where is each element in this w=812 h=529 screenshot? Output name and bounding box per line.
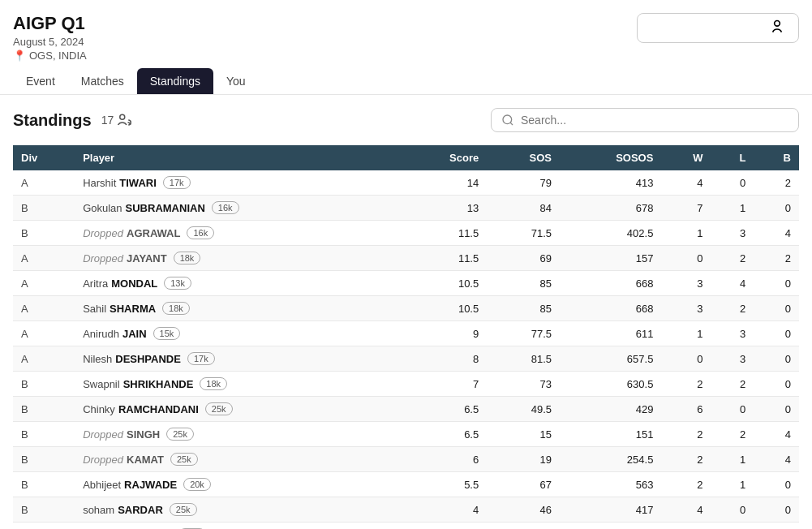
cell-l: 1 <box>711 472 754 497</box>
svg-point-2 <box>503 115 512 124</box>
cell-div: B <box>13 447 75 472</box>
standings-header: Standings 17 <box>13 108 799 132</box>
cell-player: Swapnil SHRIKHANDE18k <box>75 372 401 397</box>
table-row: ASahil SHARMA18k10.585668320 <box>13 296 799 321</box>
cell-div: B <box>13 422 75 447</box>
cell-sos: 20 <box>487 523 560 530</box>
cell-div: B <box>13 221 75 246</box>
tab-event[interactable]: Event <box>13 68 68 94</box>
player-last-name: SINGH <box>127 428 160 441</box>
cell-sos: 69 <box>487 246 560 271</box>
cell-b: 0 <box>754 372 799 397</box>
cell-player: Dropped AGRAWAL16k <box>75 221 401 246</box>
cell-div: B <box>13 497 75 523</box>
cell-player: Dropped JAYANT18k <box>75 246 401 271</box>
cell-player: Dropped KANNAN25k <box>75 523 401 530</box>
player-last-name: TIWARI <box>119 177 157 189</box>
cell-score: 10.5 <box>401 271 487 296</box>
cell-div: A <box>13 246 75 271</box>
search-input[interactable] <box>521 114 788 127</box>
rating-badge: 17k <box>163 176 191 189</box>
cell-l: 4 <box>711 271 754 296</box>
rating-badge: 17k <box>187 352 215 365</box>
rating-badge: 16k <box>187 226 214 239</box>
cell-w: 7 <box>661 196 711 221</box>
cell-w: 6 <box>661 397 711 422</box>
cell-l: 0 <box>711 397 754 422</box>
rating-badge: 25k <box>166 428 194 441</box>
svg-line-3 <box>510 123 513 125</box>
cell-w: 1 <box>661 221 711 246</box>
cell-b: 4 <box>754 447 799 472</box>
player-first-name: Gokulan <box>83 202 122 214</box>
cell-sosos: 429 <box>560 397 661 422</box>
cell-w: 0 <box>661 346 711 372</box>
cell-w: 4 <box>661 497 711 523</box>
player-last-name: DESHPANDE <box>115 353 181 365</box>
rating-badge: 18k <box>162 302 190 315</box>
table-row: AAritra MONDAL13k10.585668340 <box>13 271 799 296</box>
tab-matches[interactable]: Matches <box>68 68 137 94</box>
standings-title-group: Standings 17 <box>13 111 131 130</box>
standings-table: Div Player Score SOS SOSOS W L B AHarshi… <box>13 145 799 529</box>
cell-sos: 71.5 <box>487 221 560 246</box>
cell-w: 2 <box>661 447 711 472</box>
rating-badge: 25k <box>170 453 198 466</box>
event-title: AIGP Q1 <box>13 13 87 34</box>
player-first-name: Nilesh <box>83 353 112 365</box>
cell-sosos: 611 <box>560 321 661 346</box>
cell-player: Aritra MONDAL13k <box>75 271 401 296</box>
cell-player: Nilesh DESHPANDE17k <box>75 346 401 372</box>
dropped-label: Dropped <box>83 428 123 441</box>
player-first-name: soham <box>83 504 114 516</box>
header-search-button[interactable] <box>637 13 799 43</box>
standings-label: Standings <box>13 111 92 130</box>
person-icon <box>769 19 785 37</box>
col-l: L <box>711 145 754 170</box>
player-first-name: Swapnil <box>83 378 120 390</box>
standings-search-bar[interactable] <box>491 108 799 132</box>
cell-sosos: 254.5 <box>560 447 661 472</box>
tab-you[interactable]: You <box>213 68 259 94</box>
cell-sosos: 417 <box>560 497 661 523</box>
player-first-name: Harshit <box>83 177 116 189</box>
table-row: AAnirudh JAIN15k977.5611130 <box>13 321 799 346</box>
cell-player: Gokulan SUBRAMANIAN16k <box>75 196 401 221</box>
cell-sos: 84 <box>487 196 560 221</box>
cell-sosos: 678 <box>560 196 661 221</box>
cell-b: 0 <box>754 497 799 523</box>
cell-score: 10.5 <box>401 296 487 321</box>
col-score: Score <box>401 145 487 170</box>
tab-standings[interactable]: Standings <box>137 68 213 94</box>
player-first-name: Chinky <box>83 403 115 415</box>
cell-player: Dropped SINGH25k <box>75 422 401 447</box>
cell-sosos: 157 <box>560 246 661 271</box>
cell-l: 2 <box>711 296 754 321</box>
cell-l: 3 <box>711 321 754 346</box>
rating-badge: 25k <box>170 503 197 516</box>
cell-b: 4 <box>754 221 799 246</box>
cell-l: 3 <box>711 346 754 372</box>
cell-div: A <box>13 296 75 321</box>
cell-b: 2 <box>754 170 799 196</box>
rating-badge: 13k <box>164 277 191 290</box>
col-sos: SOS <box>487 145 560 170</box>
cell-div: B <box>13 372 75 397</box>
cell-l: 1 <box>711 196 754 221</box>
cell-score: 11.5 <box>401 221 487 246</box>
search-icon <box>501 114 514 127</box>
cell-b: 3 <box>754 523 799 530</box>
main-content: Standings 17 Div Player <box>0 95 812 529</box>
players-icon <box>117 113 131 127</box>
table-row: ADropped JAYANT18k11.569157022 <box>13 246 799 271</box>
cell-score: 4 <box>401 497 487 523</box>
player-last-name: RAJWADE <box>124 479 177 491</box>
player-last-name: SARDAR <box>118 504 163 516</box>
table-row: BDropped SINGH25k6.515151224 <box>13 422 799 447</box>
cell-player: Sahil SHARMA18k <box>75 296 401 321</box>
player-first-name: Aritra <box>83 277 108 290</box>
col-b: B <box>754 145 799 170</box>
cell-b: 4 <box>754 422 799 447</box>
cell-l: 2 <box>711 372 754 397</box>
cell-b: 0 <box>754 296 799 321</box>
